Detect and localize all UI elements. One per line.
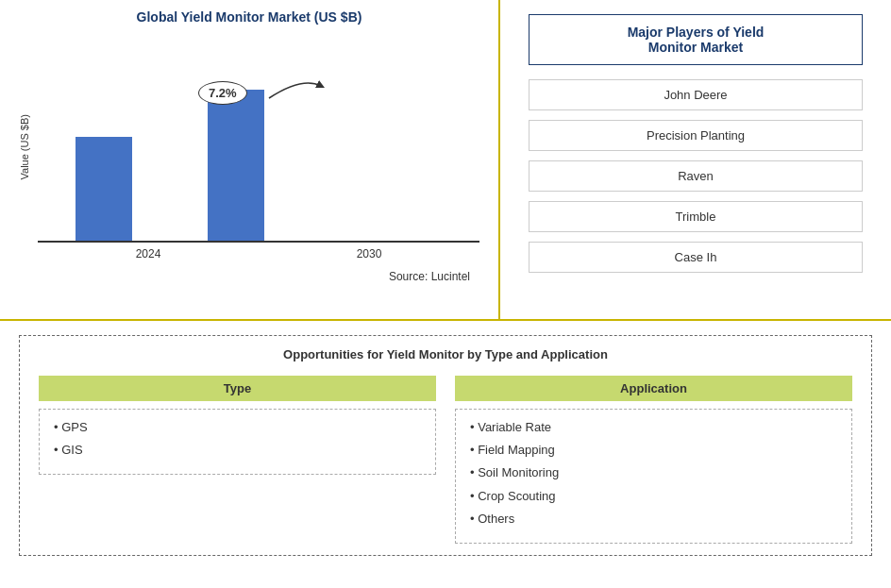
- bar-group-2024: [76, 137, 132, 241]
- opp-item-gis: GIS: [54, 442, 421, 459]
- opp-column-type-header: Type: [39, 376, 436, 401]
- main-container: Global Yield Monitor Market (US $B) Valu…: [0, 0, 891, 588]
- bottom-section: Opportunities for Yield Monitor by Type …: [0, 321, 891, 588]
- opp-item-gps: GPS: [54, 419, 421, 436]
- opp-column-application: Application Variable Rate Field Mapping …: [455, 376, 852, 544]
- x-labels: 2024 2030: [38, 247, 479, 260]
- opportunities-title: Opportunities for Yield Monitor by Type …: [39, 347, 852, 361]
- player-item-john-deere: John Deere: [529, 79, 863, 110]
- players-section-title: Major Players of YieldMonitor Market: [529, 14, 863, 65]
- chart-area: Value (US $B) 7.2%: [19, 34, 479, 260]
- bar-2024: [76, 137, 132, 241]
- opp-column-type-items: GPS GIS: [39, 409, 436, 475]
- opp-item-field-mapping: Field Mapping: [470, 442, 837, 459]
- opp-item-soil-monitoring: Soil Monitoring: [470, 464, 837, 481]
- opp-column-type: Type GPS GIS: [39, 376, 436, 544]
- player-item-precision-planting: Precision Planting: [529, 120, 863, 151]
- x-axis-line: [38, 241, 479, 243]
- chart-section: Global Yield Monitor Market (US $B) Valu…: [0, 0, 500, 319]
- bars-area: 7.2%: [38, 34, 479, 241]
- source-text: Source: Lucintel: [389, 270, 470, 283]
- player-item-case-ih: Case Ih: [529, 242, 863, 273]
- player-item-trimble: Trimble: [529, 201, 863, 232]
- chart-title: Global Yield Monitor Market (US $B): [137, 9, 362, 25]
- chart-inner: 7.2%: [38, 34, 479, 260]
- annotation-area: 7.2%: [160, 72, 349, 147]
- opp-column-application-header: Application: [455, 376, 852, 401]
- y-axis-label: Value (US $B): [19, 114, 30, 180]
- opp-column-application-items: Variable Rate Field Mapping Soil Monitor…: [455, 409, 852, 544]
- opp-columns: Type GPS GIS Application Variable Rate F…: [39, 376, 852, 544]
- opportunities-box: Opportunities for Yield Monitor by Type …: [19, 335, 872, 556]
- opp-item-crop-scouting: Crop Scouting: [470, 488, 837, 505]
- player-item-raven: Raven: [529, 160, 863, 192]
- annotation-arrow-svg: [217, 72, 330, 128]
- opp-item-variable-rate: Variable Rate: [470, 419, 837, 436]
- players-section: Major Players of YieldMonitor Market Joh…: [500, 0, 891, 319]
- x-label-2030: 2030: [331, 247, 407, 260]
- x-label-2024: 2024: [110, 247, 186, 260]
- top-section: Global Yield Monitor Market (US $B) Valu…: [0, 0, 891, 321]
- opp-item-others: Others: [470, 511, 837, 528]
